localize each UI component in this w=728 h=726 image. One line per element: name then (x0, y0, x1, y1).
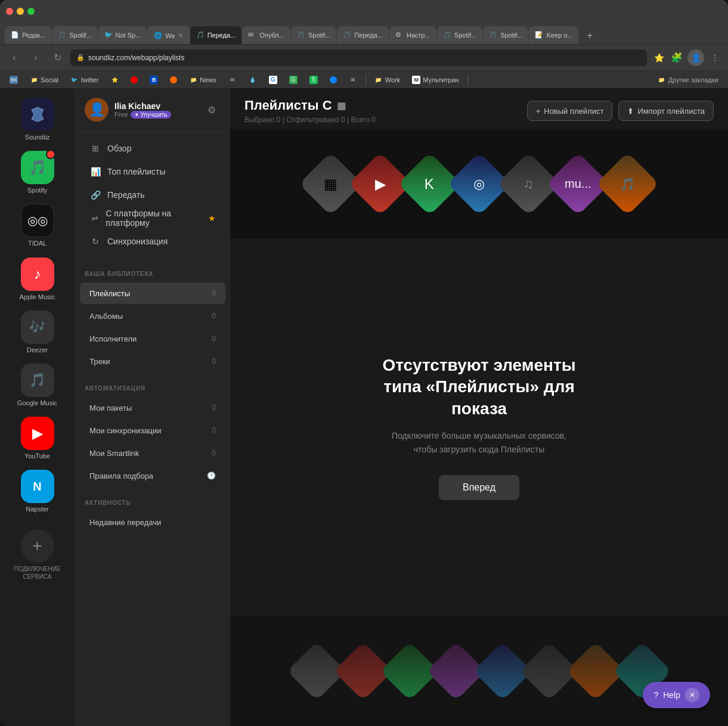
napster-icon: N (21, 470, 54, 503)
address-bar[interactable]: 🔒 soundiiz.com/webapp/playlists (70, 49, 647, 66)
forward-button[interactable]: Вперед (439, 475, 519, 500)
activity-label: АКТИВНОСТЬ (85, 499, 131, 506)
bookmark-email[interactable]: ✉ (344, 73, 362, 86)
bookmark-dropbox[interactable]: 💧 (244, 73, 262, 86)
nav-platform-label: С платформы на платформу (106, 209, 202, 228)
bookmark-circle[interactable] (325, 73, 342, 86)
nav-overview[interactable]: ⊞ Обзор (80, 137, 225, 160)
import-playlist-button[interactable]: ⬆ Импорт плейлиста (618, 101, 714, 121)
menu-icon[interactable]: ⋮ (708, 51, 722, 65)
upgrade-badge[interactable]: ✦ Улучшить (131, 111, 171, 119)
automation-syncs[interactable]: Мои синхронизации 0 (80, 420, 225, 441)
bookmark-work[interactable]: 📁 Work (370, 73, 405, 86)
page-title: Плейлисты С ▦ (244, 98, 376, 113)
settings-button[interactable]: ⚙ (203, 101, 221, 119)
dock-soundiiz[interactable]: Soundiiz (5, 94, 70, 145)
bookmark-multitran[interactable]: М Мультитран (407, 73, 463, 86)
lock-icon: 🔒 (76, 54, 85, 61)
extensions-icon[interactable]: 🧩 (670, 51, 684, 65)
tab-t4[interactable]: 🌐 We ✕ (147, 26, 189, 44)
help-close-button[interactable]: ✕ (685, 688, 699, 702)
new-tab-button[interactable]: + (581, 27, 598, 44)
tab-t3[interactable]: 🐦 Not Sp... (98, 26, 147, 44)
other-bookmarks[interactable]: 📁 Другие закладки (653, 73, 723, 86)
tab-t9[interactable]: ⚙ Настр... (389, 26, 436, 44)
bookmark-s[interactable]: S (305, 73, 323, 86)
library-label: ВАША БИБЛИОТЕКА (85, 271, 153, 277)
bookmark-g2[interactable]: G (284, 73, 302, 86)
dock-deezer[interactable]: 🎶 Deezer (5, 307, 70, 358)
activity-recent[interactable]: Недавние передачи (80, 511, 225, 533)
connect-service-label: ПОДКЛЮЧЕНИЕ СЕРВИСА (0, 565, 75, 581)
automation-rules[interactable]: Правила подбора 🕐 (80, 465, 225, 486)
filter-icon[interactable]: ▦ (337, 100, 346, 111)
page-stats: Выбрано 0 | Отфильтровано 0 | Всего 0 (244, 116, 376, 124)
tab-active[interactable]: 🎵 Переда... (190, 26, 242, 44)
dock-google-music[interactable]: 🎵 Google Music (5, 360, 70, 411)
nav-transfer[interactable]: 🔗 Передать (80, 184, 225, 206)
dock-napster[interactable]: N Napster (5, 466, 70, 517)
bookmark-news[interactable]: 📁 News (184, 73, 221, 86)
albums-count: 0 (204, 312, 216, 320)
activity-section-header: АКТИВНОСТЬ (75, 487, 230, 511)
sync-icon: ↻ (89, 237, 101, 246)
tidal-icon: ◎◎ (21, 204, 54, 237)
dock-spotify[interactable]: 🎵 Spotify (5, 147, 70, 198)
separator (365, 75, 366, 85)
playlists-count: 0 (204, 289, 216, 297)
tab-t6[interactable]: ✉ Опубл... (242, 26, 290, 44)
dock-youtube[interactable]: ▶ YouTube (5, 413, 70, 464)
library-tracks[interactable]: Треки 0 (80, 350, 225, 372)
library-playlists[interactable]: Плейлисты 0 (80, 283, 225, 304)
tab-t10[interactable]: 🎵 Spotif... (437, 26, 482, 44)
bookmark-g1[interactable]: G (264, 73, 282, 86)
dock-tidal[interactable]: ◎◎ TIDAL (5, 200, 70, 251)
library-artists[interactable]: Исполнители 0 (80, 328, 225, 349)
youtube-label: YouTube (24, 452, 50, 460)
artists-count: 0 (204, 334, 216, 343)
bookmark-star[interactable]: ⭐ (106, 73, 123, 86)
nav-overview-label: Обзор (107, 144, 131, 153)
bookmark-twitter[interactable]: 🐦 twitter (66, 73, 103, 86)
tracks-count: 0 (204, 357, 216, 365)
close-button[interactable] (6, 8, 13, 15)
back-button[interactable]: ‹ (6, 49, 23, 66)
automation-packages[interactable]: Мои пакеты 0 (80, 397, 225, 418)
reload-button[interactable]: ↻ (49, 49, 66, 66)
translate-icon[interactable]: ⭐ (652, 51, 666, 65)
tab-t11[interactable]: 🎵 Spotif... (483, 26, 528, 44)
bookmark-b[interactable]: B (145, 73, 163, 86)
minimize-button[interactable] (17, 8, 24, 15)
empty-subtitle: Подключите больше музыкальных сервисов, … (390, 429, 569, 456)
nav-top-playlists[interactable]: 📊 Топ плейлисты (80, 160, 225, 183)
add-service-button[interactable]: + (21, 529, 54, 563)
bookmark-vk[interactable]: ВК (5, 73, 23, 86)
new-playlist-button[interactable]: + Новый плейлист (527, 101, 613, 121)
b-favicon: B (150, 76, 158, 84)
automation-smartlink[interactable]: Мои Smartlink 0 (80, 442, 225, 464)
tab-label-t4: We (165, 32, 175, 39)
tab-t7[interactable]: 🎵 Spotif... (291, 26, 336, 44)
maximize-button[interactable] (27, 8, 35, 15)
apple-music-icon: ♪ (21, 257, 54, 291)
nav-sync[interactable]: ↻ Синхронизация (80, 230, 225, 253)
spotify-label: Spotify (27, 187, 48, 194)
library-albums[interactable]: Альбомы 0 (80, 305, 225, 327)
tab-t12[interactable]: 📝 Keep о... (529, 26, 578, 44)
multitran-favicon: М (412, 76, 420, 84)
bookmark-dot[interactable] (126, 73, 142, 86)
forward-button[interactable]: › (27, 49, 44, 66)
bookmark-orange[interactable] (165, 73, 182, 86)
tab-t8[interactable]: 🎵 Переда... (337, 26, 389, 44)
dock-apple-music[interactable]: ♪ Apple Music (5, 254, 70, 305)
nav-platform-transfer[interactable]: ⇌ С платформы на платформу ★ (80, 207, 225, 229)
profile-icon[interactable]: 👤 (687, 49, 704, 66)
header-actions: + Новый плейлист ⬆ Импорт плейлиста (527, 101, 714, 121)
tab-t2[interactable]: 🎵 Spotif... (52, 26, 97, 44)
tab-close-t4[interactable]: ✕ (178, 32, 183, 39)
bookmark-social[interactable]: 📁 Social (25, 73, 63, 86)
top-banner: ▦ ▶ K ◎ ♫ mu... 🎵 (230, 129, 728, 239)
tab-t1[interactable]: 📄 Редак... (5, 26, 51, 44)
help-widget[interactable]: ? Help ✕ (643, 682, 710, 708)
bookmark-gmail[interactable]: ✉ (224, 73, 241, 86)
